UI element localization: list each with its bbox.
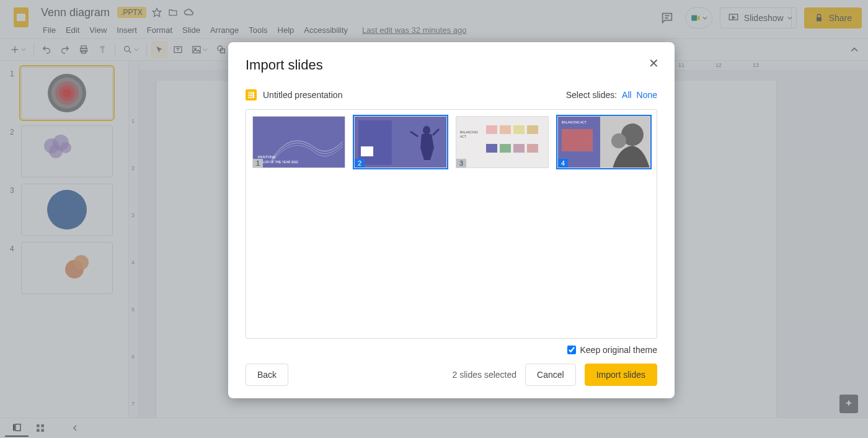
keep-theme-label: Keep original theme <box>580 345 657 355</box>
back-button[interactable]: Back <box>246 364 288 386</box>
import-button[interactable]: Import slides <box>585 364 657 386</box>
slide-number: 3 <box>456 159 466 168</box>
svg-point-31 <box>423 126 430 135</box>
slides-file-icon <box>246 89 257 101</box>
import-slides-modal: Import slides ✕ Untitled presentation Se… <box>228 42 675 398</box>
svg-point-34 <box>611 133 626 148</box>
import-slide-2[interactable]: VERY PERI 2 <box>354 116 447 168</box>
cancel-button[interactable]: Cancel <box>525 364 576 386</box>
slide-number: 4 <box>558 159 568 168</box>
slide-number: 1 <box>253 159 263 168</box>
select-all-link[interactable]: All <box>622 90 632 100</box>
modal-title: Import slides <box>246 57 657 73</box>
import-slide-4[interactable]: BALANCING ACT 4 <box>557 116 650 168</box>
keep-theme-checkbox[interactable] <box>567 346 576 354</box>
source-presentation-name: Untitled presentation <box>263 90 342 100</box>
select-slides-label: Select slides: <box>566 90 617 100</box>
slide-number: 2 <box>355 159 365 168</box>
select-none-link[interactable]: None <box>637 90 657 100</box>
import-slide-1[interactable]: PANTONE COLOR OF THE YEAR 2022 1 <box>252 116 345 168</box>
slide-picker: PANTONE COLOR OF THE YEAR 2022 1 VERY PE… <box>246 109 657 339</box>
close-icon[interactable]: ✕ <box>646 56 661 71</box>
selection-status: 2 slides selected <box>453 370 517 380</box>
import-slide-3[interactable]: BALANCING ACT 3 <box>456 116 549 168</box>
